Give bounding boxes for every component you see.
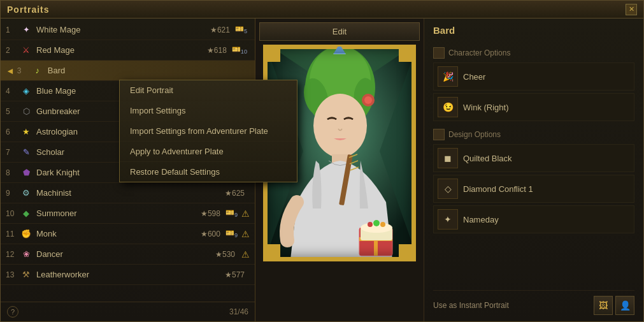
option-icon: 🎉 (438, 66, 458, 87)
item-name: Summoner (36, 209, 201, 218)
item-badge: 🎫10 (232, 45, 247, 55)
option-label: Quilted Black (463, 154, 512, 163)
design-option-nameday[interactable]: ✦ Nameday (433, 205, 634, 233)
character-options-list: 🎉 Cheer 😉 Wink (Right) (433, 62, 634, 124)
option-icon: ◇ (438, 179, 458, 199)
item-level: ★618 (207, 46, 227, 55)
job-icon (20, 248, 32, 261)
list-count: 31/46 (229, 307, 248, 316)
warn-icon: ⚠ (241, 229, 250, 239)
design-option-diamond[interactable]: ◇ Diamond Conflict 1 (433, 175, 634, 203)
portrait-icon-1: 🖼 (599, 300, 608, 311)
svg-point-21 (380, 222, 385, 227)
item-number: 4 (6, 87, 20, 96)
job-icon (20, 207, 32, 220)
item-level: ★625 (225, 189, 245, 198)
job-icon (31, 64, 44, 77)
item-number: 5 (6, 107, 20, 116)
footer-buttons: 🖼 👤 (594, 296, 634, 315)
job-icon (20, 187, 32, 200)
item-number: 8 (6, 168, 20, 177)
item-number: 12 (6, 250, 20, 259)
option-label: Cheer (463, 72, 485, 82)
job-icon (20, 44, 32, 57)
item-number: 13 (6, 270, 20, 279)
list-item[interactable]: 12 Dancer ★530 ⚠ (1, 244, 255, 265)
right-footer: Use as Instant Portrait 🖼 👤 (433, 290, 634, 315)
help-button[interactable]: ? (7, 306, 18, 318)
instant-portrait-label: Use as Instant Portrait (433, 301, 509, 310)
left-panel: 1 White Mage ★621 🎫5 2 Red Mage ★618 🎫10… (1, 18, 255, 321)
right-panel: Bard Character Options 🎉 Cheer 😉 Wink (R… (424, 18, 643, 321)
portrait-icon-button-1[interactable]: 🖼 (594, 296, 613, 315)
list-item[interactable]: ◄ 3 Bard (1, 61, 255, 81)
item-name: Monk (36, 229, 201, 238)
list-item[interactable]: 11 Monk ★600 🎫9 ⚠ (1, 224, 255, 244)
option-icon: 😉 (438, 97, 458, 117)
edit-button[interactable]: Edit (259, 22, 420, 41)
item-badge: 🎫9 (225, 229, 238, 238)
list-item[interactable]: 13 Leatherworker ★577 (1, 265, 255, 285)
svg-point-10 (313, 94, 367, 157)
item-level: ★600 (201, 230, 220, 238)
svg-point-20 (373, 220, 380, 226)
context-menu-item[interactable]: Import Settings (120, 101, 297, 121)
item-number: 11 (6, 230, 20, 238)
job-icon (20, 146, 32, 159)
character-options-label: Character Options (433, 47, 634, 59)
context-menu-item[interactable]: Apply to Adventurer Plate (120, 142, 297, 162)
option-label: Nameday (463, 215, 499, 224)
context-menu-item[interactable]: Edit Portrait (120, 80, 297, 101)
job-icon (20, 166, 32, 179)
design-options-list: ◼ Quilted Black ◇ Diamond Conflict 1 ✦ N… (433, 144, 634, 236)
svg-point-9 (364, 96, 372, 104)
design-options-label: Design Options (433, 129, 634, 140)
list-item[interactable]: 10 Summoner ★598 🎫9 ⚠ (1, 203, 255, 224)
item-name: Machinist (36, 188, 225, 198)
item-number: 9 (6, 189, 20, 198)
item-level: ★577 (225, 270, 245, 279)
item-name: White Mage (36, 25, 210, 34)
warn-icon: ⚠ (241, 209, 250, 219)
job-icon (20, 24, 32, 36)
job-icon (20, 228, 32, 240)
list-item[interactable]: 9 Machinist ★625 (1, 183, 255, 203)
content-area: 1 White Mage ★621 🎫5 2 Red Mage ★618 🎫10… (1, 18, 643, 321)
item-number: 1 (6, 26, 20, 34)
title-bar: Portraits ✕ (1, 1, 643, 18)
character-option-wink[interactable]: 😉 Wink (Right) (433, 93, 634, 121)
context-menu-item[interactable]: Import Settings from Adventurer Plate (120, 121, 297, 142)
character-option-cheer[interactable]: 🎉 Cheer (433, 62, 634, 91)
list-item[interactable]: 1 White Mage ★621 🎫5 (1, 20, 255, 40)
item-level: ★598 (201, 209, 220, 218)
item-level: ★530 (215, 250, 235, 259)
warn-icon: ⚠ (241, 249, 250, 260)
portrait-icon-button-2[interactable]: 👤 (615, 296, 634, 315)
item-name: Dancer (36, 249, 215, 259)
context-menu-item[interactable]: Restore Default Settings (120, 162, 297, 182)
design-option-quilted[interactable]: ◼ Quilted Black (433, 144, 634, 172)
item-number: 3 (17, 66, 31, 75)
item-number: 10 (6, 209, 20, 218)
portrait-icon-2: 👤 (620, 300, 631, 311)
item-name: Bard (48, 66, 250, 75)
list-item[interactable]: 2 Red Mage ★618 🎫10 (1, 40, 255, 61)
option-label: Diamond Conflict 1 (463, 184, 533, 194)
job-icon (20, 268, 32, 281)
close-button[interactable]: ✕ (626, 4, 637, 15)
option-label: Wink (Right) (463, 103, 509, 112)
item-number: 6 (6, 128, 20, 136)
option-icon: ✦ (438, 209, 458, 230)
job-icon (20, 126, 32, 138)
portrait-title: Bard (433, 25, 634, 36)
item-name: Red Mage (36, 45, 207, 55)
portrait-corner-br (399, 244, 414, 260)
list-footer: ? 31/46 (1, 302, 255, 321)
edit-btn-area: Edit (255, 18, 424, 45)
window-title: Portraits (7, 4, 50, 15)
portrait-corner-bl (265, 244, 280, 260)
context-menu: Edit PortraitImport SettingsImport Setti… (119, 80, 297, 182)
item-name: Leatherworker (36, 270, 225, 279)
option-icon: ◼ (438, 148, 458, 168)
main-window: Portraits ✕ 1 White Mage ★621 🎫5 2 Red M… (0, 0, 644, 322)
